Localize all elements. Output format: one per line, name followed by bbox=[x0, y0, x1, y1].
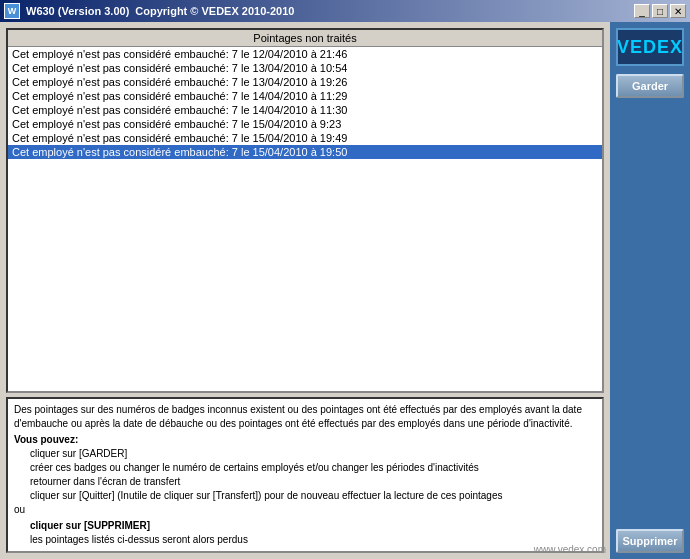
desc-option1-detail: créer ces badges ou changer le numéro de… bbox=[14, 461, 596, 475]
title-bar-title: W W630 (Version 3.00) Copyright © VEDEX … bbox=[4, 3, 294, 19]
watermark: www.vedex.com bbox=[534, 544, 606, 555]
desc-intro: Des pointages sur des numéros de badges … bbox=[14, 403, 596, 431]
minimize-button[interactable]: _ bbox=[634, 4, 650, 18]
list-item[interactable]: Cet employé n'est pas considéré embauché… bbox=[8, 61, 602, 75]
maximize-button[interactable]: □ bbox=[652, 4, 668, 18]
list-item[interactable]: Cet employé n'est pas considéré embauché… bbox=[8, 75, 602, 89]
copyright-text: Copyright © VEDEX 2010-2010 bbox=[135, 5, 294, 17]
list-item[interactable]: Cet employé n'est pas considéré embauché… bbox=[8, 89, 602, 103]
close-button[interactable]: ✕ bbox=[670, 4, 686, 18]
garder-button[interactable]: Garder bbox=[616, 74, 684, 98]
list-item[interactable]: Cet employé n'est pas considéré embauché… bbox=[8, 103, 602, 117]
title-bar-controls: _ □ ✕ bbox=[634, 4, 686, 18]
supprimer-button[interactable]: Supprimer bbox=[616, 529, 684, 553]
desc-vous-pouvez: Vous pouvez: bbox=[14, 433, 596, 447]
desc-option2: retourner dans l'écran de transfert bbox=[14, 475, 596, 489]
description-area: Des pointages sur des numéros de badges … bbox=[6, 397, 604, 553]
desc-option3: cliquer sur [Quitter] (Inutile de clique… bbox=[14, 489, 596, 503]
list-item[interactable]: Cet employé n'est pas considéré embauché… bbox=[8, 47, 602, 61]
desc-option4-detail: les pointages listés ci-dessus seront al… bbox=[14, 533, 596, 547]
app-title: W630 (Version 3.00) bbox=[26, 5, 129, 17]
left-panel: Pointages non traités Cet employé n'est … bbox=[0, 22, 610, 559]
desc-ou: ou bbox=[14, 503, 596, 517]
pointages-list-section: Pointages non traités Cet employé n'est … bbox=[6, 28, 604, 393]
app-icon: W bbox=[4, 3, 20, 19]
desc-option4-label: cliquer sur [SUPPRIMER] bbox=[14, 519, 596, 533]
vedex-logo: VEDEX bbox=[616, 28, 684, 66]
desc-option1: cliquer sur [GARDER] bbox=[14, 447, 596, 461]
title-bar: W W630 (Version 3.00) Copyright © VEDEX … bbox=[0, 0, 690, 22]
main-container: Pointages non traités Cet employé n'est … bbox=[0, 22, 690, 559]
right-panel: VEDEX Garder Supprimer bbox=[610, 22, 690, 559]
list-item[interactable]: Cet employé n'est pas considéré embauché… bbox=[8, 131, 602, 145]
list-item[interactable]: Cet employé n'est pas considéré embauché… bbox=[8, 145, 602, 159]
list-item[interactable]: Cet employé n'est pas considéré embauché… bbox=[8, 117, 602, 131]
list-content[interactable]: Cet employé n'est pas considéré embauché… bbox=[8, 47, 602, 391]
list-header: Pointages non traités bbox=[8, 30, 602, 47]
